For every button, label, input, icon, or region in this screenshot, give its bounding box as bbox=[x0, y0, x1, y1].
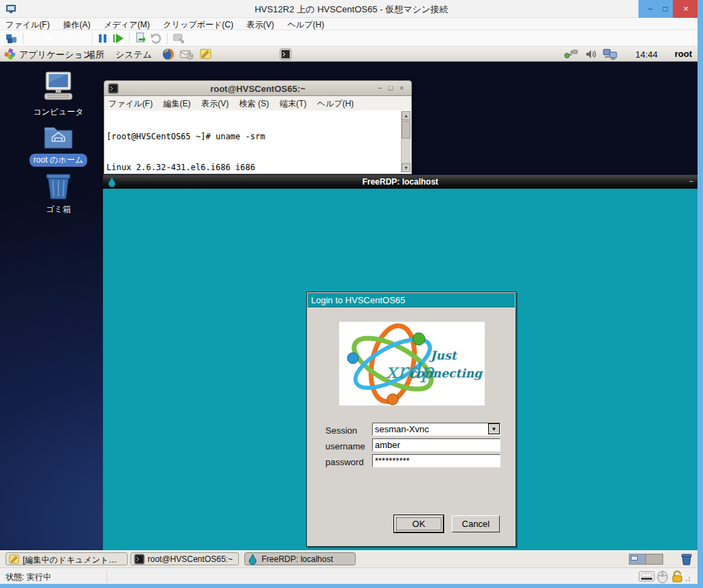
maximize-button[interactable]: □ bbox=[658, 0, 673, 18]
taskbar-item-label: root@HVSCentOS65:~ bbox=[148, 554, 233, 564]
password-input[interactable] bbox=[372, 454, 500, 467]
freerdp-window: FreeRDP: localhost − Login to HVSCentOS6… bbox=[103, 175, 698, 565]
mail-launcher-icon[interactable] bbox=[180, 48, 194, 60]
hyperv-toolbar bbox=[0, 30, 703, 47]
chevron-down-icon[interactable]: ▼ bbox=[488, 423, 500, 434]
volume-icon[interactable] bbox=[585, 48, 597, 60]
window-title: HVS12R2 上の HVSCentOS65 - 仮想マシン接続 bbox=[0, 3, 703, 16]
session-select[interactable]: sesman-Xvnc ▼ bbox=[372, 423, 500, 436]
terminal-menu-help[interactable]: ヘルプ(H) bbox=[313, 96, 358, 110]
taskbar-item-gedit[interactable]: [編集中のドキュメント… bbox=[5, 552, 128, 565]
workspace-switcher[interactable] bbox=[629, 554, 663, 565]
ok-button[interactable]: OK bbox=[394, 515, 443, 532]
workspace-2[interactable] bbox=[646, 554, 662, 564]
freerdp-titlebar[interactable]: FreeRDP: localhost − bbox=[103, 175, 698, 189]
scroll-down-icon[interactable]: ▼ bbox=[402, 163, 411, 172]
taskbar-item-label: [編集中のドキュメント… bbox=[23, 555, 117, 565]
pause-icon[interactable] bbox=[97, 32, 110, 45]
start-icon bbox=[28, 32, 41, 45]
unlock-icon bbox=[673, 572, 682, 583]
terminal-menu-file[interactable]: ファイル(F) bbox=[104, 96, 157, 110]
panel-user[interactable]: root bbox=[675, 49, 692, 59]
statusbar-device-icons bbox=[638, 569, 692, 583]
terminal-scrollbar[interactable]: ▲ ▼ bbox=[401, 111, 411, 172]
terminal-minimize-button[interactable]: − bbox=[374, 84, 385, 92]
menu-help[interactable]: ヘルプ(H) bbox=[282, 18, 330, 31]
username-label: username bbox=[325, 441, 365, 451]
xrdp-login-dialog: Login to HVSCentOS65 bbox=[306, 292, 516, 547]
menu-view[interactable]: 表示(V) bbox=[241, 18, 279, 31]
terminal-line: [root@HVSCentOS65 ~]# uname -srm bbox=[106, 132, 400, 142]
terminal-output[interactable]: [root@HVSCentOS65 ~]# uname -srm Linux 2… bbox=[104, 110, 412, 174]
panel-terminal-icon[interactable] bbox=[279, 48, 292, 60]
terminal-close-button[interactable]: × bbox=[396, 84, 407, 92]
mouse-icon bbox=[658, 572, 667, 583]
network-computers-icon[interactable] bbox=[603, 48, 618, 60]
freerdp-minimize-button[interactable]: − bbox=[689, 177, 693, 185]
menu-media[interactable]: メディア(M) bbox=[98, 18, 155, 31]
vmconnect-window: HVS12R2 上の HVSCentOS65 - 仮想マシン接続 − □ × フ… bbox=[0, 0, 703, 588]
gnome-taskbar: [編集中のドキュメント… root@HVSCentOS65:~ FreeRDP:… bbox=[0, 550, 698, 567]
terminal-menu-view[interactable]: 表示(V) bbox=[197, 96, 233, 110]
revert-icon bbox=[150, 32, 163, 45]
terminal-menu-search[interactable]: 検索 (S) bbox=[235, 96, 273, 110]
desktop-icon-label: ゴミ箱 bbox=[42, 203, 76, 216]
taskbar-item-terminal[interactable]: root@HVSCentOS65:~ bbox=[130, 552, 239, 565]
terminal-titlebar[interactable]: root@HVSCentOS65:~ −□× bbox=[104, 80, 412, 96]
desktop-icon-label: root のホーム bbox=[30, 154, 88, 167]
session-label: Session bbox=[325, 425, 357, 436]
window-border-bottom bbox=[0, 584, 703, 588]
menu-action[interactable]: 操作(A) bbox=[58, 18, 96, 31]
hyperv-statusbar: 状態: 実行中 bbox=[0, 567, 698, 584]
terminal-menu-terminal[interactable]: 端末(T) bbox=[275, 96, 310, 110]
save-state-icon[interactable] bbox=[76, 32, 88, 45]
workspace-1[interactable] bbox=[630, 554, 646, 564]
gnome-desktop: コンピュータ root のホーム ゴミ箱 bbox=[0, 62, 698, 550]
taskbar-trash-icon[interactable] bbox=[680, 552, 693, 566]
desktop-icon-label: コンピュータ bbox=[29, 106, 87, 119]
freerdp-session-area: Login to HVSCentOS65 bbox=[103, 189, 698, 565]
ctrl-alt-del-icon[interactable] bbox=[5, 32, 18, 45]
gedit-icon bbox=[9, 554, 20, 565]
panel-clock[interactable]: 14:44 bbox=[635, 49, 658, 60]
taskbar-item-label: FreeRDP: localhost bbox=[262, 554, 333, 564]
terminal-window: root@HVSCentOS65:~ −□× ファイル(F) 編集(E) 表示(… bbox=[104, 80, 412, 174]
close-button[interactable]: × bbox=[673, 0, 699, 18]
hyperv-titlebar: HVS12R2 上の HVSCentOS65 - 仮想マシン接続 − □ × bbox=[0, 0, 703, 18]
menu-file[interactable]: ファイル(F) bbox=[0, 18, 55, 31]
checkpoint-icon[interactable] bbox=[135, 32, 147, 45]
gnome-top-panel: アプリケーション 場所 システム 14:4 bbox=[0, 47, 698, 62]
desktop-icon-computer[interactable]: コンピュータ bbox=[23, 71, 94, 119]
desktop-icon-trash[interactable]: ゴミ箱 bbox=[23, 172, 94, 216]
resume-icon[interactable] bbox=[113, 32, 125, 45]
scroll-up-icon[interactable]: ▲ bbox=[402, 111, 411, 120]
cancel-button[interactable]: Cancel bbox=[452, 515, 500, 532]
window-border-right bbox=[698, 0, 703, 588]
terminal-menubar: ファイル(F) 編集(E) 表示(V) 検索 (S) 端末(T) ヘルプ(H) bbox=[104, 96, 412, 110]
distro-menu-icon[interactable] bbox=[4, 48, 16, 60]
turn-off-icon[interactable] bbox=[44, 32, 56, 45]
taskbar-item-freerdp[interactable]: FreeRDP: localhost bbox=[244, 552, 356, 565]
hyperv-menubar: ファイル(F) 操作(A) メディア(M) クリップボード(C) 表示(V) ヘ… bbox=[0, 18, 703, 30]
gedit-launcher-icon[interactable] bbox=[200, 48, 212, 60]
applications-menu[interactable]: アプリケーション bbox=[19, 49, 92, 61]
menu-clipboard[interactable]: クリップボード(C) bbox=[158, 18, 239, 31]
shutdown-icon[interactable] bbox=[60, 32, 72, 45]
session-value: sesman-Xvnc bbox=[375, 424, 429, 434]
minimize-button[interactable]: − bbox=[643, 0, 658, 18]
places-menu[interactable]: 場所 bbox=[87, 49, 104, 61]
freerdp-icon bbox=[248, 554, 259, 565]
terminal-menu-edit[interactable]: 編集(E) bbox=[159, 96, 195, 110]
terminal-title: root@HVSCentOS65:~ bbox=[104, 84, 411, 94]
username-input[interactable] bbox=[372, 438, 500, 451]
resize-grip bbox=[686, 577, 690, 581]
terminal-maximize-button[interactable]: □ bbox=[385, 84, 396, 92]
desktop-icon-root-home[interactable]: root のホーム bbox=[23, 122, 94, 167]
dialog-titlebar[interactable]: Login to HVSCentOS65 bbox=[308, 293, 515, 307]
vm-display: アプリケーション 場所 システム 14:4 bbox=[0, 47, 698, 567]
firefox-launcher-icon[interactable] bbox=[162, 48, 174, 60]
xrdp-logo: xrdp Just connecting bbox=[339, 322, 485, 405]
scrollbar-thumb[interactable] bbox=[402, 121, 411, 139]
network-status-icon[interactable] bbox=[564, 49, 578, 60]
system-menu[interactable]: システム bbox=[115, 49, 152, 61]
